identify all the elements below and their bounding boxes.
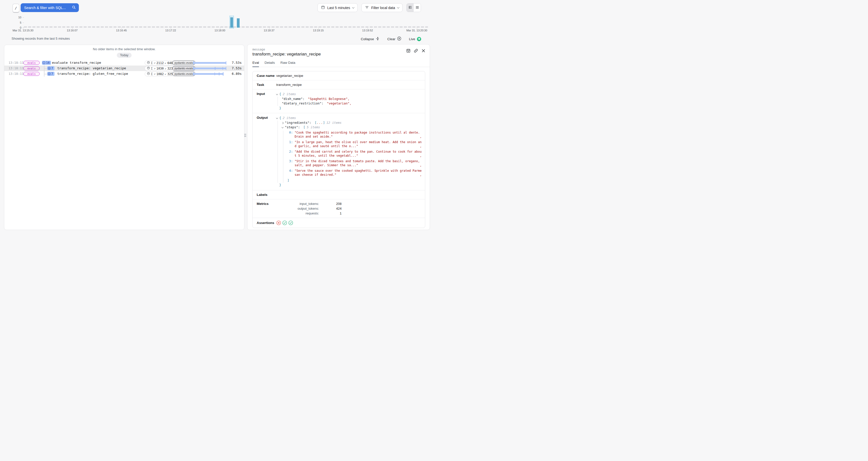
sigma-icon: Σ <box>151 67 153 70</box>
x-axis-tick-label: 13:16:45 <box>116 29 127 32</box>
tree-view-toggle-button[interactable] <box>407 3 414 12</box>
trace-row[interactable]: 13:18:11 evals +7 transform_recipe: vege… <box>4 65 244 71</box>
filter-label: Filter local data <box>371 6 395 10</box>
search-icon <box>72 5 76 10</box>
trace-row[interactable]: 13:18:11 evals −16 evaluate transform_re… <box>4 60 244 65</box>
histogram-bar[interactable] <box>237 18 240 28</box>
package-tag[interactable]: pydantic-evals <box>172 66 195 70</box>
cost-coin-icon <box>147 72 150 76</box>
token-usage-pill[interactable]: Σ ↗2112 ↙648 <box>145 61 175 65</box>
dock-panel-icon[interactable] <box>406 49 411 53</box>
token-usage-pill[interactable]: Σ ↗1030 ↙323 <box>145 66 175 71</box>
live-toggle-button[interactable]: Live <box>409 37 421 41</box>
assertions-icons <box>276 220 293 225</box>
metric-row: output_tokens:424 <box>276 207 342 210</box>
row-evals-tag[interactable]: evals <box>23 66 40 70</box>
record-kind-label: message <box>252 48 430 51</box>
close-icon[interactable] <box>421 49 426 53</box>
histogram-bar[interactable] <box>230 17 233 28</box>
tree-view-icon <box>408 5 412 10</box>
tree-connector-line <box>44 68 47 69</box>
output-tokens: 323 <box>167 67 173 70</box>
assertion-fail-icon[interactable] <box>276 220 281 225</box>
duration-text: 7.53s <box>232 61 242 64</box>
time-range-button[interactable]: Last 5 minutes <box>317 3 358 12</box>
clear-button[interactable]: Clear <box>387 36 401 41</box>
cost-coin-icon <box>147 66 150 70</box>
task-value: transform_recipe <box>276 83 302 87</box>
span-name: transform_recipe: vegetarian_recipe <box>57 66 126 70</box>
copy-link-icon[interactable] <box>414 49 418 53</box>
filter-icon <box>365 5 369 10</box>
x-axis-tick-label: 13:19:15 <box>313 29 324 32</box>
x-axis-tick-label: Mar 31. 13:20:30 <box>406 29 427 32</box>
collapse-chevron-icon[interactable] <box>282 125 285 130</box>
row-evals-tag[interactable]: evals <box>23 61 40 65</box>
panel-resize-handle[interactable] <box>244 132 246 138</box>
span-count-expand-badge[interactable]: +7 <box>47 66 55 70</box>
duration-text: 6.89s <box>232 72 242 75</box>
input-tokens-arrow-icon: ↗ <box>154 61 155 64</box>
duration-bar <box>193 71 226 76</box>
output-tokens-arrow-icon: ↙ <box>165 72 166 75</box>
input-label: Input <box>257 92 276 96</box>
filter-local-data-button[interactable]: Filter local data <box>362 3 403 12</box>
x-axis-tick-label: 13:16:07 <box>67 29 78 32</box>
calendar-icon <box>321 5 325 10</box>
span-count-expand-badge[interactable]: +7 <box>47 72 55 76</box>
expand-box-icon: + <box>48 72 51 75</box>
trace-row[interactable]: 13:18:11 evals +7 transform_recipe: glut… <box>4 71 244 76</box>
list-view-toggle-button[interactable] <box>414 3 421 12</box>
x-axis-tick-label: 13:17:22 <box>165 29 176 32</box>
collapse-button[interactable]: Collapse <box>361 37 380 41</box>
json-array-item: 1In a large pan, heat the olive oil over… <box>287 140 422 148</box>
tab-raw-data[interactable]: Raw Data <box>281 61 296 67</box>
assertion-pass-icon[interactable] <box>282 220 287 225</box>
package-tag[interactable]: pydantic-evals <box>172 71 195 76</box>
json-key: dietary_restriction <box>282 101 321 105</box>
json-key: ingredients <box>285 121 309 125</box>
trace-list-panel: No older items in the selected time wind… <box>4 45 244 230</box>
assertion-pass-icon[interactable] <box>288 220 293 225</box>
records-bar: Showing records from the last 5 minutes … <box>0 36 434 42</box>
package-tag[interactable]: pydantic-evals <box>172 61 195 65</box>
duration-text: 7.53s <box>232 66 242 70</box>
tree-connector-line <box>44 74 47 74</box>
span-count-collapse-badge[interactable]: −16 <box>42 61 51 65</box>
collapse-chevron-icon[interactable] <box>276 116 279 121</box>
assertions-label: Assertions <box>257 221 276 225</box>
input-tokens-arrow-icon: ↗ <box>154 72 155 75</box>
row-evals-tag[interactable]: evals <box>23 72 40 76</box>
chevron-down-icon <box>352 6 354 8</box>
showing-records-text: Showing records from the last 5 minutes <box>11 37 70 40</box>
json-string-value: Spaghetti Bolognese <box>308 97 348 101</box>
y-axis-tick-label: 10 <box>14 16 21 19</box>
task-label: Task <box>257 83 276 87</box>
tab-details[interactable]: Details <box>265 61 275 67</box>
detail-panel: message transform_recipe: vegetarian_rec… <box>247 44 430 230</box>
json-array-item: 0Cook the spaghetti according to package… <box>287 130 422 139</box>
token-usage-pill[interactable]: Σ ↗1082 ↙325 <box>145 71 175 76</box>
timeline-chart: 0510Mar 31. 13:15:3013:16:0713:16:4513:1… <box>0 14 434 34</box>
input-tokens: 2112 <box>156 61 164 65</box>
live-indicator-icon <box>417 37 421 41</box>
empty-notice: No older items in the selected time wind… <box>4 47 244 51</box>
row-timestamp: 13:18:11 <box>8 72 24 75</box>
metric-row: requests:1 <box>276 211 342 215</box>
metrics-label: Metrics <box>257 202 276 206</box>
expand-chevron-icon[interactable] <box>282 121 285 125</box>
chevron-down-icon <box>397 6 400 8</box>
input-tokens: 1082 <box>156 72 164 76</box>
x-axis-tick-label: Mar 31. 13:15:30 <box>12 29 33 32</box>
tab-eval[interactable]: Eval <box>252 61 259 67</box>
cost-coin-icon <box>147 61 150 65</box>
sigma-icon: Σ <box>151 72 153 76</box>
search-label: Search & filter with SQL... <box>24 6 66 10</box>
duration-bar <box>193 65 226 71</box>
detail-title: transform_recipe: vegetarian_recipe <box>252 52 430 57</box>
search-button[interactable]: Search & filter with SQL... <box>21 3 79 12</box>
json-key: dish_name <box>282 97 303 101</box>
time-range-label: Last 5 minutes <box>327 6 350 10</box>
x-axis-tick-label: 13:18:00 <box>215 29 225 32</box>
collapse-chevron-icon[interactable] <box>276 92 279 97</box>
